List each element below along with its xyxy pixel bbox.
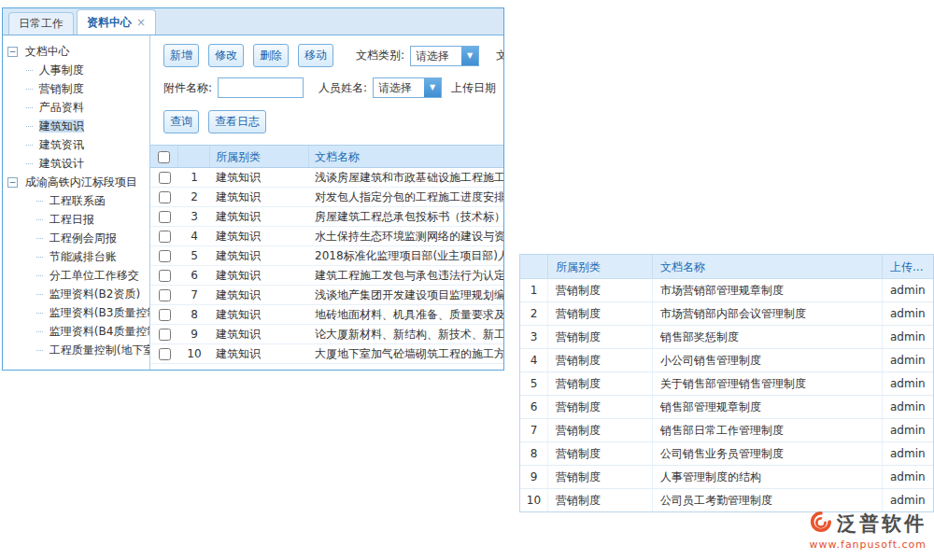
person-select[interactable]: 请选择 ▼ [373, 77, 442, 98]
column-header-uploader[interactable]: 上传... [883, 255, 933, 278]
tree-connector-line [36, 257, 43, 258]
column-header-name[interactable]: 文档名称 [653, 255, 883, 278]
row-number: 5 [178, 246, 210, 265]
collapse-icon[interactable]: − [7, 177, 18, 188]
table-header-row: 所属别类 文档名称 [150, 145, 504, 168]
column-header-number [178, 146, 210, 167]
table-row[interactable]: 4 建筑知识 水土保持生态环境监测网络的建设与资... [150, 227, 504, 246]
table-row[interactable]: 4 营销制度 小公司销售管理制度 admin [520, 349, 933, 372]
collapse-icon[interactable]: − [7, 47, 18, 57]
tab-daily-work[interactable]: 日常工作 [8, 12, 74, 35]
row-checkbox[interactable] [159, 191, 171, 203]
row-doc-name: 2018标准化监理项目部(业主项目部)人员... [309, 246, 504, 265]
tab-data-center[interactable]: 资料中心 × [77, 9, 156, 35]
tree-item[interactable]: − 成渝高铁内江标段项目 [7, 173, 148, 191]
table-row[interactable]: 10 建筑知识 大厦地下室加气砼墙砌筑工程的施工方... [150, 344, 504, 364]
column-header-category[interactable]: 所属别类 [548, 255, 653, 278]
select-all-checkbox[interactable] [158, 151, 170, 163]
tree-item[interactable]: − 工程联系函 [7, 191, 148, 210]
table-row[interactable]: 1 营销制度 市场营销部管理规章制度 admin [520, 279, 933, 302]
chevron-down-icon[interactable]: ▼ [424, 78, 441, 97]
row-checkbox[interactable] [159, 348, 171, 360]
tree-item[interactable]: − 营销制度 [7, 79, 148, 98]
table-row[interactable]: 6 营销制度 销售部管理规章制度 admin [520, 396, 933, 419]
tree-item[interactable]: − 文档中心 [7, 42, 148, 61]
tree-item[interactable]: − 监理资料(B2资质) [7, 285, 148, 303]
row-category: 营销制度 [548, 279, 653, 301]
tab-label: 资料中心 [87, 15, 132, 31]
row-doc-name: 浅谈地产集团开发建设项目监理规划编... [309, 286, 504, 304]
tree-item[interactable]: − 监理资料(B3质量控制) [7, 303, 148, 322]
row-doc-name: 人事管理制度的结构 [653, 466, 883, 488]
table-row[interactable]: 2 营销制度 市场营销部内部会议管理制度 admin [520, 302, 933, 326]
attachment-label: 附件名称: [163, 80, 212, 96]
table-row[interactable]: 10 营销制度 公司员工考勤管理制度 admin [520, 489, 933, 512]
row-doc-name: 小公司销售管理制度 [653, 349, 883, 371]
table-row[interactable]: 7 营销制度 销售部日常工作管理制度 admin [520, 419, 933, 442]
tree-connector-line [26, 107, 33, 108]
query-button[interactable]: 查询 [163, 110, 199, 133]
row-category: 营销制度 [548, 466, 653, 488]
row-checkbox[interactable] [159, 211, 171, 223]
tree-item[interactable]: − 建筑设计 [7, 154, 148, 173]
table-row[interactable]: 8 营销制度 公司销售业务员管理制度 admin [520, 442, 933, 466]
row-number: 7 [520, 419, 548, 441]
tree-item[interactable]: − 工程日报 [7, 210, 148, 229]
table-row[interactable]: 7 建筑知识 浅谈地产集团开发建设项目监理规划编... [150, 286, 504, 305]
row-number: 1 [520, 279, 548, 301]
tree-item[interactable]: − 监理资料(B4质量控制) [7, 322, 148, 341]
tree-connector-line [26, 126, 33, 127]
row-doc-name: 论大厦新材料、新结构、新技术、新工... [309, 325, 504, 343]
tree-item[interactable]: − 产品资料 [7, 98, 148, 117]
doc-type-select[interactable]: 请选择 ▼ [410, 46, 479, 66]
tree-item[interactable]: − 人事制度 [7, 61, 148, 79]
table-row[interactable]: 1 建筑知识 浅谈房屋建筑和市政基础设施工程施工... [150, 168, 504, 188]
person-value: 请选择 [374, 78, 424, 97]
tree-item[interactable]: − 建筑知识 [7, 117, 148, 135]
tree-item[interactable]: − 分工单位工作移交 [7, 266, 148, 285]
table-row[interactable]: 5 建筑知识 2018标准化监理项目部(业主项目部)人员... [150, 246, 504, 266]
row-uploader: admin [883, 466, 933, 488]
tree-item-label: 工程联系函 [50, 194, 106, 207]
modify-button[interactable]: 修改 [208, 44, 244, 67]
tree-item[interactable]: − 节能减排台账 [7, 247, 148, 266]
add-button[interactable]: 新增 [163, 44, 199, 67]
table-row[interactable]: 6 建筑知识 建筑工程施工发包与承包违法行为认定... [150, 266, 504, 286]
delete-button[interactable]: 删除 [253, 44, 289, 67]
tree-item[interactable]: − 工程例会周报 [7, 229, 148, 247]
tree-connector-line [36, 331, 43, 332]
row-checkbox[interactable] [159, 231, 171, 243]
table-row[interactable]: 9 营销制度 人事管理制度的结构 admin [520, 466, 933, 489]
table-row[interactable]: 3 建筑知识 房屋建筑工程总承包投标书（技术标）... [150, 207, 504, 227]
row-doc-name: 销售部日常工作管理制度 [653, 419, 883, 441]
branding: 泛普软件 www.fanpusoft.com [809, 511, 927, 551]
tree-item-label: 监理资料(B4质量控制) [50, 325, 150, 338]
row-checkbox[interactable] [159, 270, 171, 282]
row-checkbox[interactable] [159, 289, 171, 301]
row-category: 建筑知识 [210, 344, 309, 363]
row-checkbox[interactable] [159, 250, 171, 262]
table-row[interactable]: 8 建筑知识 地砖地面材料、机具准备、质量要求及... [150, 305, 504, 325]
row-number: 9 [178, 325, 210, 343]
tree-item-label: 产品资料 [39, 101, 84, 114]
row-checkbox[interactable] [159, 329, 171, 341]
tree-item[interactable]: − 建筑资讯 [7, 135, 148, 154]
table-row[interactable]: 9 建筑知识 论大厦新材料、新结构、新技术、新工... [150, 325, 504, 344]
tree-item[interactable]: − 工程质量控制(地下室) [7, 341, 148, 359]
row-checkbox[interactable] [159, 309, 171, 321]
row-checkbox[interactable] [159, 172, 171, 184]
tree-connector-line [36, 313, 43, 314]
column-header-category[interactable]: 所属别类 [210, 146, 309, 167]
table-row[interactable]: 2 建筑知识 对发包人指定分包的工程施工进度安排... [150, 188, 504, 207]
attachment-input[interactable] [218, 77, 304, 98]
table-row[interactable]: 3 营销制度 销售部奖惩制度 admin [520, 326, 933, 349]
view-log-button[interactable]: 查看日志 [208, 110, 266, 133]
close-icon[interactable]: × [136, 16, 146, 29]
data-center-window: 日常工作 资料中心 × − 文档中心 − 人事制度 [2, 7, 504, 371]
row-category: 营销制度 [548, 396, 653, 418]
move-button[interactable]: 移动 [298, 44, 333, 67]
toolbar-actions: 新增 修改 删除 移动 文档类别: 请选择 ▼ 文档 [163, 44, 504, 67]
chevron-down-icon[interactable]: ▼ [461, 47, 478, 65]
table-row[interactable]: 5 营销制度 关于销售部管理销售管理制度 admin [520, 372, 933, 396]
column-header-name[interactable]: 文档名称 [309, 146, 504, 167]
